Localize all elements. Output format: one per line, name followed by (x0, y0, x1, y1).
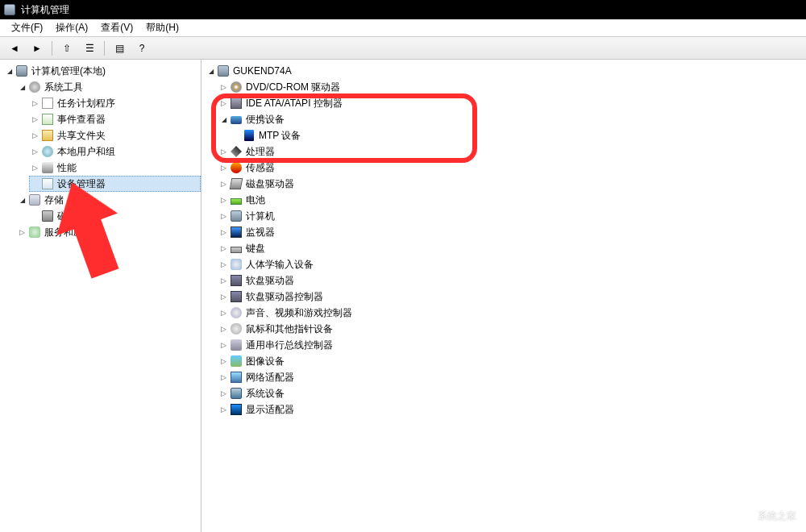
computer-icon (217, 64, 230, 77)
expand-icon[interactable] (5, 67, 14, 76)
device-node-net[interactable]: 网络适配器 (218, 369, 806, 385)
node-performance[interactable]: 性能 (29, 160, 201, 176)
node-services[interactable]: 服务和应 (16, 224, 201, 240)
device-node-floppyc[interactable]: 软盘驱动器控制器 (218, 289, 806, 305)
menu-action[interactable]: 操作(A) (49, 19, 94, 36)
expand-icon[interactable] (219, 389, 228, 398)
expand-icon[interactable] (31, 99, 39, 108)
node-storage[interactable]: 存储 (16, 192, 201, 208)
device-label: 声音、视频和游戏控制器 (246, 306, 352, 320)
device-label: DVD/CD-ROM 驱动器 (246, 81, 340, 94)
expand-icon[interactable] (31, 148, 39, 156)
expand-icon[interactable] (18, 83, 27, 92)
device-node-keyboard[interactable]: 键盘 (218, 240, 806, 256)
disk-icon (41, 210, 54, 222)
expand-icon[interactable] (219, 228, 228, 237)
node-pc-root[interactable]: GUKEND74A (205, 63, 806, 79)
menu-view[interactable]: 查看(V) (94, 19, 139, 36)
expand-icon[interactable] (219, 148, 228, 156)
device-node-audio[interactable]: 声音、视频和游戏控制器 (218, 305, 806, 321)
node-local-users[interactable]: 本地用户和组 (29, 143, 201, 160)
node-task-scheduler[interactable]: 任务计划程序 (29, 95, 201, 111)
device-label: 键盘 (246, 242, 265, 256)
expand-icon[interactable] (219, 405, 228, 414)
expand-icon[interactable] (31, 164, 39, 172)
battery-icon (230, 193, 243, 206)
device-label: 鼠标和其他指针设备 (246, 322, 333, 336)
device-node-mouse[interactable]: 鼠标和其他指针设备 (218, 321, 806, 337)
net-icon (230, 371, 243, 384)
display-icon (230, 403, 243, 416)
device-node-sensor[interactable]: 传感器 (218, 160, 806, 176)
expand-icon[interactable] (219, 83, 228, 92)
device-label: 便携设备 (246, 113, 285, 127)
sheet-icon: ▤ (115, 43, 124, 54)
device-label: MTP 设备 (259, 129, 301, 143)
node-disk-mgmt[interactable]: 磁盘管 (29, 208, 201, 224)
expand-icon[interactable] (31, 115, 39, 124)
help-icon: ? (139, 43, 145, 54)
expand-icon[interactable] (18, 196, 27, 205)
device-label: 计算机 (246, 210, 275, 223)
expand-icon[interactable] (219, 196, 228, 205)
floppy-icon (230, 274, 243, 287)
device-node-usb[interactable]: 通用串行总线控制器 (218, 337, 806, 353)
label-storage: 存储 (44, 193, 64, 207)
properties-icon: ☰ (85, 43, 94, 54)
node-shared-folders[interactable]: 共享文件夹 (29, 127, 201, 143)
expand-icon[interactable] (219, 293, 228, 301)
expand-icon[interactable] (219, 309, 228, 318)
forward-button[interactable]: ► (27, 39, 47, 57)
sys-icon (230, 387, 243, 400)
node-computer-mgmt[interactable]: 计算机管理(本地) (3, 63, 201, 79)
node-system-tools[interactable]: 系统工具 (16, 79, 201, 95)
device-label: 人体学输入设备 (246, 258, 314, 272)
expand-icon[interactable] (219, 212, 228, 221)
expand-icon[interactable] (219, 276, 228, 285)
device-node-floppy[interactable]: 软盘驱动器 (218, 272, 806, 289)
computer-icon (230, 210, 243, 222)
shared-icon (41, 129, 54, 142)
expand-icon[interactable] (219, 180, 228, 189)
expand-icon[interactable] (219, 115, 228, 124)
expand-icon[interactable] (219, 99, 228, 108)
device-node-computer[interactable]: 计算机 (218, 208, 806, 224)
mtp-icon (243, 129, 256, 142)
device-node-dvd[interactable]: DVD/CD-ROM 驱动器 (218, 79, 806, 95)
help-button[interactable]: ? (132, 39, 152, 57)
main-panes: 计算机管理(本地) 系统工具 任务计划程序 (0, 60, 806, 532)
expand-icon[interactable] (219, 164, 228, 172)
expand-icon[interactable] (219, 325, 228, 334)
device-node-cpu[interactable]: 处理器 (218, 143, 806, 160)
device-node-image[interactable]: 图像设备 (218, 353, 806, 369)
expand-icon[interactable] (219, 357, 228, 366)
expand-icon[interactable] (206, 67, 215, 76)
prop-button[interactable]: ☰ (80, 39, 99, 57)
device-node-battery[interactable]: 电池 (218, 192, 806, 208)
node-device-manager[interactable]: 设备管理器 (29, 176, 201, 192)
expand-icon[interactable] (219, 341, 228, 350)
device-node-portable[interactable]: 便携设备 (218, 111, 806, 127)
device-node-display[interactable]: 显示适配器 (218, 401, 806, 418)
node-event-viewer[interactable]: 事件查看器 (29, 111, 201, 127)
menu-help[interactable]: 帮助(H) (139, 19, 185, 36)
device-node-hid[interactable]: 人体学输入设备 (218, 256, 806, 272)
up-icon: ⇧ (63, 43, 71, 54)
device-node-diskdrive[interactable]: 磁盘驱动器 (218, 176, 806, 192)
expand-icon[interactable] (31, 131, 39, 140)
expand-icon[interactable] (219, 244, 228, 253)
label: 磁盘管 (57, 210, 86, 223)
up-button[interactable]: ⇧ (57, 39, 77, 57)
menu-file[interactable]: 文件(F) (5, 19, 49, 36)
label: 任务计划程序 (57, 97, 115, 110)
expand-icon[interactable] (18, 228, 27, 237)
device-node-ide[interactable]: IDE ATA/ATAPI 控制器 (218, 95, 806, 111)
device-node-sys[interactable]: 系统设备 (218, 385, 806, 401)
prop2-button[interactable]: ▤ (110, 39, 129, 57)
expand-icon[interactable] (219, 373, 228, 382)
expand-icon[interactable] (219, 260, 228, 269)
device-node-monitor[interactable]: 监视器 (218, 224, 806, 240)
back-button[interactable]: ◄ (5, 39, 24, 57)
ide-icon (230, 97, 243, 110)
device-node-mtp[interactable]: MTP 设备 (231, 127, 806, 143)
